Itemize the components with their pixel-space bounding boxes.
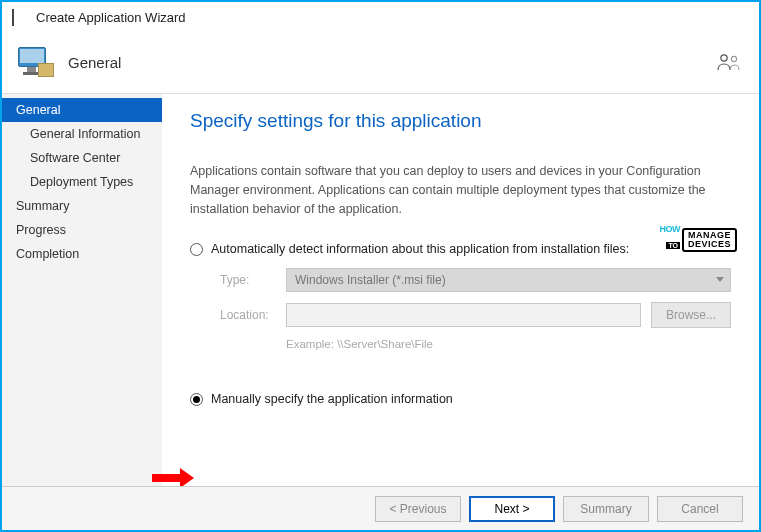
wizard-footer: < Previous Next > Summary Cancel [2, 486, 759, 530]
page-description: Applications contain software that you c… [190, 162, 731, 218]
option-manual-label: Manually specify the application informa… [211, 392, 453, 406]
sidebar-item-general[interactable]: General [2, 98, 162, 122]
location-input [286, 303, 641, 327]
chevron-down-icon [716, 277, 724, 282]
people-icon[interactable] [717, 53, 745, 73]
header-section: General [68, 54, 121, 71]
type-select: Windows Installer (*.msi file) [286, 268, 731, 292]
window-icon [12, 10, 28, 24]
sidebar-item-progress[interactable]: Progress [2, 218, 162, 242]
cancel-button[interactable]: Cancel [657, 496, 743, 522]
sidebar-item-deployment-types[interactable]: Deployment Types [2, 170, 162, 194]
auto-detect-form: Type: Windows Installer (*.msi file) Loc… [220, 268, 731, 350]
type-label: Type: [220, 273, 286, 287]
radio-checked-icon [190, 393, 203, 406]
option-auto-label: Automatically detect information about t… [211, 242, 629, 256]
window-title: Create Application Wizard [36, 10, 186, 25]
option-auto-detect[interactable]: Automatically detect information about t… [190, 242, 731, 256]
previous-button: < Previous [375, 496, 461, 522]
browse-button: Browse... [651, 302, 731, 328]
watermark-logo: HOW TO MANAGE DEVICES [659, 224, 737, 252]
titlebar: Create Application Wizard [2, 2, 759, 32]
next-button[interactable]: Next > [469, 496, 555, 522]
svg-point-0 [721, 54, 727, 60]
svg-point-1 [731, 56, 736, 61]
sidebar-item-software-center[interactable]: Software Center [2, 146, 162, 170]
location-label: Location: [220, 308, 286, 322]
option-manual-specify[interactable]: Manually specify the application informa… [190, 392, 731, 406]
summary-button: Summary [563, 496, 649, 522]
wizard-header: General [2, 32, 759, 94]
computer-package-icon [16, 43, 56, 83]
wizard-sidebar: General General Information Software Cen… [2, 94, 162, 486]
sidebar-item-summary[interactable]: Summary [2, 194, 162, 218]
location-example: Example: \\Server\Share\File [286, 338, 731, 350]
page-heading: Specify settings for this application [190, 110, 731, 132]
sidebar-item-completion[interactable]: Completion [2, 242, 162, 266]
wizard-content: Specify settings for this application Ap… [162, 94, 759, 486]
sidebar-item-general-information[interactable]: General Information [2, 122, 162, 146]
annotation-arrow-right [152, 468, 194, 488]
radio-unchecked-icon [190, 243, 203, 256]
